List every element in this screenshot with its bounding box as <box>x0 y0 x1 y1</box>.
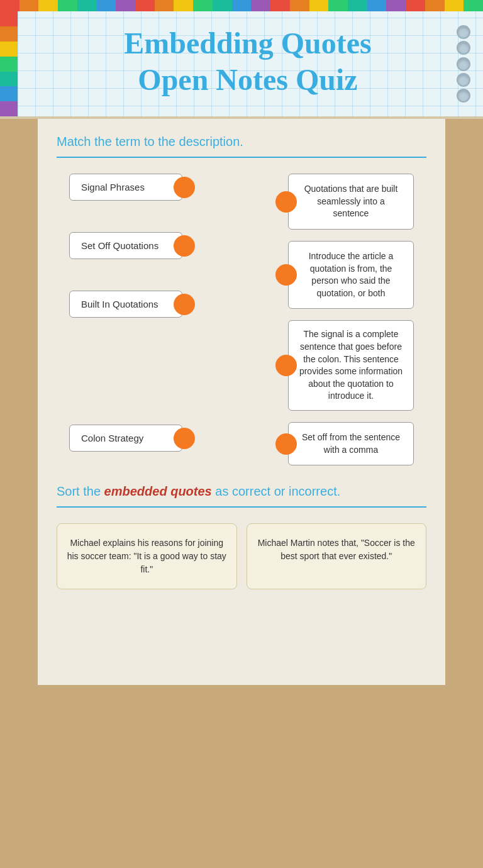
dot-desc2-left <box>275 264 297 286</box>
term-colon: Colon Strategy <box>69 425 182 452</box>
tab-purple <box>116 0 135 11</box>
term-set-off: Set Off Quotations <box>69 232 182 259</box>
desc-box-1: Quotations that are built seamlessly int… <box>288 174 414 230</box>
dot-signal-right <box>174 177 195 198</box>
tab-green4 <box>464 0 483 11</box>
strip-blue <box>0 86 18 101</box>
strip-yellow <box>0 42 18 57</box>
dot-desc1-left <box>275 191 297 213</box>
desc-built-seamlessly: Quotations that are built seamlessly int… <box>288 174 414 230</box>
section-divider <box>57 157 426 158</box>
tab-blue3 <box>367 0 387 11</box>
tab-teal <box>77 0 97 11</box>
tab-red2 <box>135 0 155 11</box>
tab-red3 <box>270 0 290 11</box>
tab-green <box>58 0 77 11</box>
tab-orange2 <box>155 0 174 11</box>
dot-setoff-right <box>174 235 195 257</box>
term-box-builtin: Built In Quotations <box>69 291 182 318</box>
ring-hole-5 <box>457 89 470 103</box>
strip-purple <box>0 101 18 116</box>
tab-purple2 <box>251 0 270 11</box>
tab-green3 <box>328 0 348 11</box>
tab-red <box>0 0 19 11</box>
main-content: Match the term to the description. Signa… <box>38 119 445 685</box>
tab-blue <box>97 0 116 11</box>
term-box-colon: Colon Strategy <box>69 425 182 452</box>
page-title: Embedding Quotes Open Notes Quiz <box>13 25 470 97</box>
tab-yellow2 <box>174 0 193 11</box>
term-box-signal: Signal Phrases <box>69 174 182 201</box>
ring-hole-2 <box>457 41 470 55</box>
sort-card-2[interactable]: Michael Martin notes that, "Soccer is th… <box>247 523 427 589</box>
term-built-in: Built In Quotations <box>69 291 182 318</box>
strip-red <box>0 11 18 26</box>
tab-orange3 <box>290 0 309 11</box>
ring-hole-4 <box>457 73 470 87</box>
left-color-strip <box>0 11 18 116</box>
header-section: Embedding Quotes Open Notes Quiz <box>0 0 483 119</box>
sort-instruction: Sort the embedded quotes as correct or i… <box>57 484 426 499</box>
tab-orange <box>19 0 39 11</box>
desc-introduce: Introduce the article a quotation is fro… <box>288 241 414 309</box>
tab-yellow3 <box>309 0 329 11</box>
tab-orange4 <box>425 0 445 11</box>
top-tabs <box>0 0 483 11</box>
tab-teal2 <box>213 0 232 11</box>
dot-builtin-right <box>174 294 195 315</box>
strip-teal <box>0 72 18 87</box>
terms-column: Signal Phrases Set Off Quotations Built … <box>69 174 182 465</box>
desc-box-4: Set off from the sentence with a comma <box>288 422 414 465</box>
strip-orange <box>0 26 18 42</box>
term-box-setoff: Set Off Quotations <box>69 232 182 259</box>
tab-yellow <box>38 0 58 11</box>
sort-section: Sort the embedded quotes as correct or i… <box>57 484 426 589</box>
match-layout: Signal Phrases Set Off Quotations Built … <box>57 174 426 465</box>
tab-blue2 <box>232 0 252 11</box>
term-signal-phrases: Signal Phrases <box>69 174 182 201</box>
tab-red4 <box>406 0 425 11</box>
ring-hole-1 <box>457 25 470 39</box>
desc-box-2: Introduce the article a quotation is fro… <box>288 241 414 309</box>
dot-colon-right <box>174 428 195 449</box>
ring-holes <box>457 11 470 116</box>
ring-hole-3 <box>457 57 470 71</box>
tab-teal3 <box>348 0 367 11</box>
desc-box-3: The signal is a complete sentence that g… <box>288 320 414 411</box>
desc-colon-sentence: The signal is a complete sentence that g… <box>288 320 414 411</box>
dot-desc4-left <box>275 433 297 455</box>
sort-card-1[interactable]: Michael explains his reasons for joining… <box>57 523 237 589</box>
tab-yellow4 <box>445 0 464 11</box>
dot-desc3-left <box>275 355 297 376</box>
sort-divider <box>57 506 426 508</box>
desc-set-off-comma: Set off from the sentence with a comma <box>288 422 414 465</box>
tab-purple3 <box>386 0 406 11</box>
descs-column: Quotations that are built seamlessly int… <box>288 174 414 465</box>
match-instruction: Match the term to the description. <box>57 135 426 149</box>
sort-cards: Michael explains his reasons for joining… <box>57 523 426 589</box>
strip-green <box>0 57 18 72</box>
tab-green2 <box>193 0 213 11</box>
